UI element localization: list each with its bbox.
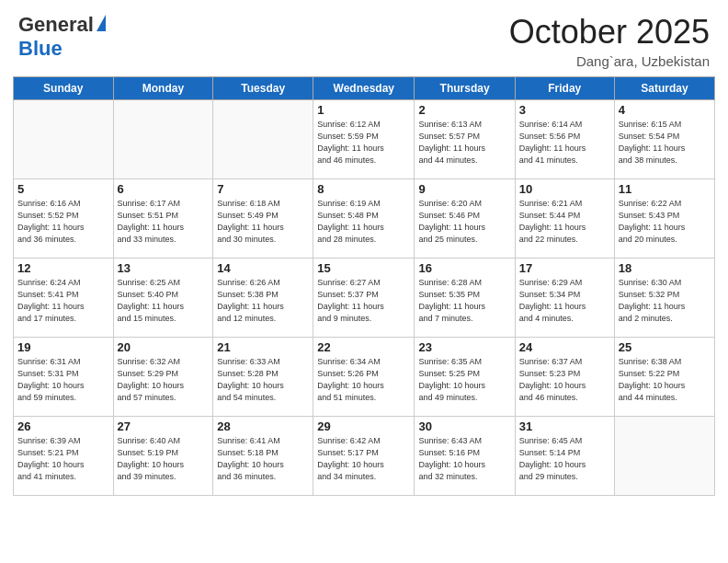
day-info: Sunrise: 6:40 AM Sunset: 5:19 PM Dayligh… [118, 435, 210, 483]
day-info: Sunrise: 6:29 AM Sunset: 5:34 PM Dayligh… [519, 277, 610, 325]
calendar-day-cell: 21Sunrise: 6:33 AM Sunset: 5:28 PM Dayli… [213, 338, 313, 417]
day-number: 23 [418, 340, 510, 354]
calendar-day-cell: 10Sunrise: 6:21 AM Sunset: 5:44 PM Dayli… [515, 179, 614, 259]
page-header: General Blue October 2025 Dang`ara, Uzbe… [0, 0, 728, 76]
calendar-day-cell: 27Sunrise: 6:40 AM Sunset: 5:19 PM Dayli… [113, 417, 213, 496]
calendar-day-cell [14, 100, 114, 179]
calendar-day-cell: 8Sunrise: 6:19 AM Sunset: 5:48 PM Daylig… [313, 179, 415, 259]
calendar-day-cell: 24Sunrise: 6:37 AM Sunset: 5:23 PM Dayli… [515, 338, 614, 417]
calendar-day-cell: 18Sunrise: 6:30 AM Sunset: 5:32 PM Dayli… [614, 259, 714, 338]
day-info: Sunrise: 6:43 AM Sunset: 5:16 PM Dayligh… [418, 435, 510, 483]
calendar-day-cell: 17Sunrise: 6:29 AM Sunset: 5:34 PM Dayli… [515, 259, 614, 338]
day-number: 15 [317, 261, 410, 275]
day-info: Sunrise: 6:38 AM Sunset: 5:22 PM Dayligh… [619, 356, 711, 404]
calendar-week-row: 1Sunrise: 6:12 AM Sunset: 5:59 PM Daylig… [14, 100, 715, 179]
logo-blue-text: Blue [18, 37, 106, 61]
day-info: Sunrise: 6:39 AM Sunset: 5:21 PM Dayligh… [17, 435, 109, 483]
day-number: 2 [418, 103, 510, 117]
calendar-day-cell [614, 417, 714, 496]
day-number: 16 [418, 261, 510, 275]
calendar-day-cell: 2Sunrise: 6:13 AM Sunset: 5:57 PM Daylig… [415, 100, 515, 179]
calendar-week-row: 5Sunrise: 6:16 AM Sunset: 5:52 PM Daylig… [14, 179, 715, 259]
day-info: Sunrise: 6:26 AM Sunset: 5:38 PM Dayligh… [217, 277, 309, 325]
day-number: 30 [418, 419, 510, 433]
day-info: Sunrise: 6:15 AM Sunset: 5:54 PM Dayligh… [619, 119, 711, 167]
calendar-day-cell: 13Sunrise: 6:25 AM Sunset: 5:40 PM Dayli… [113, 259, 213, 338]
day-info: Sunrise: 6:21 AM Sunset: 5:44 PM Dayligh… [519, 198, 610, 246]
weekday-header-cell: Thursday [415, 77, 515, 100]
calendar-day-cell [213, 100, 313, 179]
calendar-body: 1Sunrise: 6:12 AM Sunset: 5:59 PM Daylig… [14, 100, 715, 496]
calendar-day-cell: 26Sunrise: 6:39 AM Sunset: 5:21 PM Dayli… [14, 417, 114, 496]
day-info: Sunrise: 6:37 AM Sunset: 5:23 PM Dayligh… [519, 356, 610, 404]
day-number: 28 [217, 419, 309, 433]
day-number: 21 [217, 340, 309, 354]
weekday-header-cell: Saturday [614, 77, 714, 100]
day-info: Sunrise: 6:16 AM Sunset: 5:52 PM Dayligh… [17, 198, 109, 246]
day-number: 18 [619, 261, 711, 275]
day-number: 5 [17, 182, 109, 196]
calendar-day-cell: 25Sunrise: 6:38 AM Sunset: 5:22 PM Dayli… [614, 338, 714, 417]
day-number: 25 [619, 340, 711, 354]
day-info: Sunrise: 6:12 AM Sunset: 5:59 PM Dayligh… [317, 119, 410, 167]
day-number: 6 [118, 182, 210, 196]
day-info: Sunrise: 6:35 AM Sunset: 5:25 PM Dayligh… [418, 356, 510, 404]
day-info: Sunrise: 6:19 AM Sunset: 5:48 PM Dayligh… [317, 198, 410, 246]
calendar-day-cell: 7Sunrise: 6:18 AM Sunset: 5:49 PM Daylig… [213, 179, 313, 259]
calendar-week-row: 19Sunrise: 6:31 AM Sunset: 5:31 PM Dayli… [14, 338, 715, 417]
day-number: 10 [519, 182, 610, 196]
day-info: Sunrise: 6:18 AM Sunset: 5:49 PM Dayligh… [217, 198, 309, 246]
day-number: 11 [619, 182, 711, 196]
day-number: 22 [317, 340, 410, 354]
day-number: 29 [317, 419, 410, 433]
calendar-day-cell: 29Sunrise: 6:42 AM Sunset: 5:17 PM Dayli… [313, 417, 415, 496]
day-number: 7 [217, 182, 309, 196]
day-info: Sunrise: 6:28 AM Sunset: 5:35 PM Dayligh… [418, 277, 510, 325]
calendar-week-row: 26Sunrise: 6:39 AM Sunset: 5:21 PM Dayli… [14, 417, 715, 496]
day-number: 26 [17, 419, 109, 433]
weekday-header-cell: Sunday [14, 77, 114, 100]
day-number: 3 [519, 103, 610, 117]
day-info: Sunrise: 6:27 AM Sunset: 5:37 PM Dayligh… [317, 277, 410, 325]
day-number: 14 [217, 261, 309, 275]
day-number: 4 [619, 103, 711, 117]
logo-triangle-icon [97, 15, 106, 31]
calendar-table: SundayMondayTuesdayWednesdayThursdayFrid… [13, 76, 715, 496]
calendar-day-cell: 4Sunrise: 6:15 AM Sunset: 5:54 PM Daylig… [614, 100, 714, 179]
calendar-day-cell: 31Sunrise: 6:45 AM Sunset: 5:14 PM Dayli… [515, 417, 614, 496]
day-number: 24 [519, 340, 610, 354]
day-number: 13 [118, 261, 210, 275]
day-info: Sunrise: 6:24 AM Sunset: 5:41 PM Dayligh… [17, 277, 109, 325]
day-number: 12 [17, 261, 109, 275]
day-number: 17 [519, 261, 610, 275]
calendar-day-cell: 19Sunrise: 6:31 AM Sunset: 5:31 PM Dayli… [14, 338, 114, 417]
calendar-day-cell: 12Sunrise: 6:24 AM Sunset: 5:41 PM Dayli… [14, 259, 114, 338]
weekday-header-cell: Wednesday [313, 77, 415, 100]
calendar-day-cell: 15Sunrise: 6:27 AM Sunset: 5:37 PM Dayli… [313, 259, 415, 338]
day-info: Sunrise: 6:30 AM Sunset: 5:32 PM Dayligh… [619, 277, 711, 325]
day-number: 1 [317, 103, 410, 117]
weekday-header-cell: Monday [113, 77, 213, 100]
day-info: Sunrise: 6:22 AM Sunset: 5:43 PM Dayligh… [619, 198, 711, 246]
day-info: Sunrise: 6:34 AM Sunset: 5:26 PM Dayligh… [317, 356, 410, 404]
logo-general-text: General [18, 13, 94, 37]
day-number: 27 [118, 419, 210, 433]
calendar-day-cell: 23Sunrise: 6:35 AM Sunset: 5:25 PM Dayli… [415, 338, 515, 417]
weekday-header-cell: Friday [515, 77, 614, 100]
calendar-day-cell: 11Sunrise: 6:22 AM Sunset: 5:43 PM Dayli… [614, 179, 714, 259]
day-info: Sunrise: 6:32 AM Sunset: 5:29 PM Dayligh… [118, 356, 210, 404]
weekday-header-row: SundayMondayTuesdayWednesdayThursdayFrid… [14, 77, 715, 100]
day-info: Sunrise: 6:13 AM Sunset: 5:57 PM Dayligh… [418, 119, 510, 167]
day-info: Sunrise: 6:25 AM Sunset: 5:40 PM Dayligh… [118, 277, 210, 325]
calendar-day-cell: 5Sunrise: 6:16 AM Sunset: 5:52 PM Daylig… [14, 179, 114, 259]
calendar-day-cell: 16Sunrise: 6:28 AM Sunset: 5:35 PM Dayli… [415, 259, 515, 338]
day-info: Sunrise: 6:14 AM Sunset: 5:56 PM Dayligh… [519, 119, 610, 167]
weekday-header-cell: Tuesday [213, 77, 313, 100]
location-text: Dang`ara, Uzbekistan [509, 53, 710, 69]
calendar-day-cell: 22Sunrise: 6:34 AM Sunset: 5:26 PM Dayli… [313, 338, 415, 417]
day-info: Sunrise: 6:45 AM Sunset: 5:14 PM Dayligh… [519, 435, 610, 483]
calendar-day-cell: 1Sunrise: 6:12 AM Sunset: 5:59 PM Daylig… [313, 100, 415, 179]
day-number: 8 [317, 182, 410, 196]
day-info: Sunrise: 6:17 AM Sunset: 5:51 PM Dayligh… [118, 198, 210, 246]
logo: General Blue [18, 13, 106, 61]
